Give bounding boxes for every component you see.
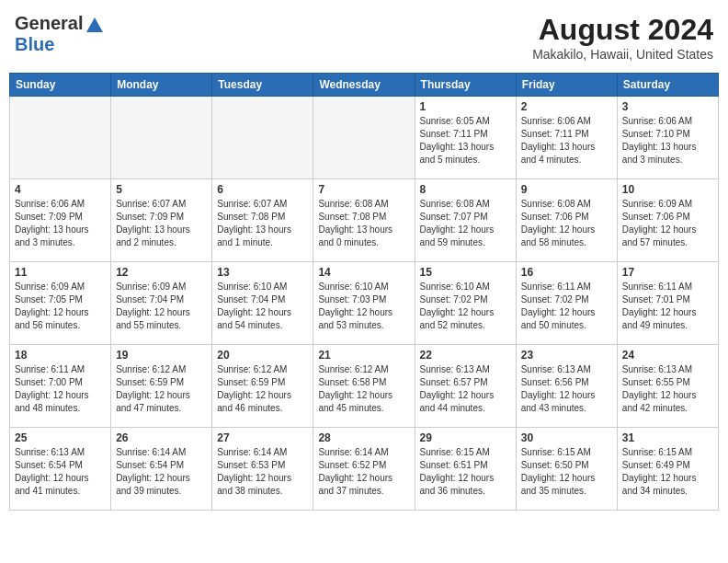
day-info-1: Sunrise: 6:05 AMSunset: 7:11 PMDaylight:…	[420, 115, 511, 167]
day-cell-21: 21Sunrise: 6:12 AMSunset: 6:58 PMDayligh…	[313, 345, 415, 428]
day-info-2: Sunrise: 6:06 AMSunset: 7:11 PMDaylight:…	[521, 115, 612, 167]
day-info-31: Sunrise: 6:15 AMSunset: 6:49 PMDaylight:…	[622, 446, 713, 498]
day-number-20: 20	[217, 349, 308, 362]
day-number-5: 5	[116, 183, 207, 196]
day-number-26: 26	[116, 431, 207, 444]
day-cell-27: 27Sunrise: 6:14 AMSunset: 6:53 PMDayligh…	[212, 428, 313, 511]
logo-general-text: General	[15, 13, 83, 34]
day-cell-30: 30Sunrise: 6:15 AMSunset: 6:50 PMDayligh…	[516, 428, 617, 511]
day-cell-26: 26Sunrise: 6:14 AMSunset: 6:54 PMDayligh…	[111, 428, 212, 511]
day-cell-29: 29Sunrise: 6:15 AMSunset: 6:51 PMDayligh…	[415, 428, 516, 511]
day-number-1: 1	[420, 100, 511, 113]
day-info-13: Sunrise: 6:10 AMSunset: 7:04 PMDaylight:…	[217, 281, 308, 332]
month-year: August 2024	[532, 13, 713, 47]
day-number-21: 21	[318, 349, 409, 362]
day-number-18: 18	[15, 349, 106, 362]
day-number-22: 22	[420, 349, 511, 362]
logo: General Blue	[15, 13, 105, 55]
day-info-24: Sunrise: 6:13 AMSunset: 6:55 PMDaylight:…	[622, 363, 713, 415]
weekday-header-row: SundayMondayTuesdayWednesdayThursdayFrid…	[10, 74, 719, 97]
day-info-8: Sunrise: 6:08 AMSunset: 7:07 PMDaylight:…	[420, 198, 511, 249]
day-info-10: Sunrise: 6:09 AMSunset: 7:06 PMDaylight:…	[622, 198, 713, 249]
day-cell-12: 12Sunrise: 6:09 AMSunset: 7:04 PMDayligh…	[111, 262, 212, 345]
day-number-23: 23	[521, 349, 612, 362]
day-cell-17: 17Sunrise: 6:11 AMSunset: 7:01 PMDayligh…	[617, 262, 718, 345]
day-info-9: Sunrise: 6:08 AMSunset: 7:06 PMDaylight:…	[521, 198, 612, 249]
day-info-27: Sunrise: 6:14 AMSunset: 6:53 PMDaylight:…	[217, 446, 308, 498]
day-number-24: 24	[622, 349, 713, 362]
day-cell-15: 15Sunrise: 6:10 AMSunset: 7:02 PMDayligh…	[415, 262, 516, 345]
day-cell-25: 25Sunrise: 6:13 AMSunset: 6:54 PMDayligh…	[10, 428, 111, 511]
day-info-14: Sunrise: 6:10 AMSunset: 7:03 PMDaylight:…	[318, 281, 409, 332]
day-cell-28: 28Sunrise: 6:14 AMSunset: 6:52 PMDayligh…	[313, 428, 415, 511]
weekday-header-saturday: Saturday	[617, 74, 718, 97]
week-row-4: 18Sunrise: 6:11 AMSunset: 7:00 PMDayligh…	[10, 345, 719, 428]
week-row-1: 1Sunrise: 6:05 AMSunset: 7:11 PMDaylight…	[10, 97, 719, 179]
day-info-18: Sunrise: 6:11 AMSunset: 7:00 PMDaylight:…	[15, 363, 106, 415]
day-info-6: Sunrise: 6:07 AMSunset: 7:08 PMDaylight:…	[217, 198, 308, 249]
day-cell-16: 16Sunrise: 6:11 AMSunset: 7:02 PMDayligh…	[516, 262, 617, 345]
day-info-16: Sunrise: 6:11 AMSunset: 7:02 PMDaylight:…	[521, 281, 612, 332]
day-info-25: Sunrise: 6:13 AMSunset: 6:54 PMDaylight:…	[15, 446, 106, 498]
weekday-header-wednesday: Wednesday	[313, 74, 415, 97]
logo-icon	[85, 16, 105, 34]
weekday-header-tuesday: Tuesday	[212, 74, 313, 97]
day-number-27: 27	[217, 431, 308, 444]
day-cell-5: 5Sunrise: 6:07 AMSunset: 7:09 PMDaylight…	[111, 179, 212, 262]
day-number-13: 13	[217, 266, 308, 279]
day-info-30: Sunrise: 6:15 AMSunset: 6:50 PMDaylight:…	[521, 446, 612, 498]
day-number-4: 4	[15, 183, 106, 196]
day-number-17: 17	[622, 266, 713, 279]
day-cell-22: 22Sunrise: 6:13 AMSunset: 6:57 PMDayligh…	[415, 345, 516, 428]
day-info-17: Sunrise: 6:11 AMSunset: 7:01 PMDaylight:…	[622, 281, 713, 332]
week-row-3: 11Sunrise: 6:09 AMSunset: 7:05 PMDayligh…	[10, 262, 719, 345]
day-number-15: 15	[420, 266, 511, 279]
day-number-31: 31	[622, 431, 713, 444]
day-info-11: Sunrise: 6:09 AMSunset: 7:05 PMDaylight:…	[15, 281, 106, 332]
day-cell-13: 13Sunrise: 6:10 AMSunset: 7:04 PMDayligh…	[212, 262, 313, 345]
day-cell-10: 10Sunrise: 6:09 AMSunset: 7:06 PMDayligh…	[617, 179, 718, 262]
day-info-19: Sunrise: 6:12 AMSunset: 6:59 PMDaylight:…	[116, 363, 207, 415]
day-number-7: 7	[318, 183, 409, 196]
day-cell-23: 23Sunrise: 6:13 AMSunset: 6:56 PMDayligh…	[516, 345, 617, 428]
day-cell-24: 24Sunrise: 6:13 AMSunset: 6:55 PMDayligh…	[617, 345, 718, 428]
day-number-16: 16	[521, 266, 612, 279]
day-number-29: 29	[420, 431, 511, 444]
day-number-30: 30	[521, 431, 612, 444]
weekday-header-friday: Friday	[516, 74, 617, 97]
day-cell-3: 3Sunrise: 6:06 AMSunset: 7:10 PMDaylight…	[617, 97, 718, 179]
day-cell-1: 1Sunrise: 6:05 AMSunset: 7:11 PMDaylight…	[415, 97, 516, 179]
day-cell-empty-0-0	[10, 97, 111, 179]
day-info-22: Sunrise: 6:13 AMSunset: 6:57 PMDaylight:…	[420, 363, 511, 415]
day-info-21: Sunrise: 6:12 AMSunset: 6:58 PMDaylight:…	[318, 363, 409, 415]
day-info-23: Sunrise: 6:13 AMSunset: 6:56 PMDaylight:…	[521, 363, 612, 415]
day-number-8: 8	[420, 183, 511, 196]
weekday-header-sunday: Sunday	[10, 74, 111, 97]
day-number-14: 14	[318, 266, 409, 279]
day-info-28: Sunrise: 6:14 AMSunset: 6:52 PMDaylight:…	[318, 446, 409, 498]
day-info-3: Sunrise: 6:06 AMSunset: 7:10 PMDaylight:…	[622, 115, 713, 167]
day-cell-6: 6Sunrise: 6:07 AMSunset: 7:08 PMDaylight…	[212, 179, 313, 262]
week-row-5: 25Sunrise: 6:13 AMSunset: 6:54 PMDayligh…	[10, 428, 719, 511]
day-cell-9: 9Sunrise: 6:08 AMSunset: 7:06 PMDaylight…	[516, 179, 617, 262]
day-info-12: Sunrise: 6:09 AMSunset: 7:04 PMDaylight:…	[116, 281, 207, 332]
weekday-header-monday: Monday	[111, 74, 212, 97]
day-cell-19: 19Sunrise: 6:12 AMSunset: 6:59 PMDayligh…	[111, 345, 212, 428]
weekday-header-thursday: Thursday	[415, 74, 516, 97]
calendar-table: SundayMondayTuesdayWednesdayThursdayFrid…	[9, 73, 719, 511]
day-info-7: Sunrise: 6:08 AMSunset: 7:08 PMDaylight:…	[318, 198, 409, 249]
day-cell-11: 11Sunrise: 6:09 AMSunset: 7:05 PMDayligh…	[10, 262, 111, 345]
day-number-9: 9	[521, 183, 612, 196]
day-number-10: 10	[622, 183, 713, 196]
day-info-26: Sunrise: 6:14 AMSunset: 6:54 PMDaylight:…	[116, 446, 207, 498]
day-cell-31: 31Sunrise: 6:15 AMSunset: 6:49 PMDayligh…	[617, 428, 718, 511]
svg-marker-0	[86, 17, 103, 32]
day-info-20: Sunrise: 6:12 AMSunset: 6:59 PMDaylight:…	[217, 363, 308, 415]
day-number-3: 3	[622, 100, 713, 113]
day-number-6: 6	[217, 183, 308, 196]
day-cell-20: 20Sunrise: 6:12 AMSunset: 6:59 PMDayligh…	[212, 345, 313, 428]
week-row-2: 4Sunrise: 6:06 AMSunset: 7:09 PMDaylight…	[10, 179, 719, 262]
day-number-2: 2	[521, 100, 612, 113]
logo-blue-text: Blue	[15, 34, 54, 54]
day-cell-empty-0-1	[111, 97, 212, 179]
